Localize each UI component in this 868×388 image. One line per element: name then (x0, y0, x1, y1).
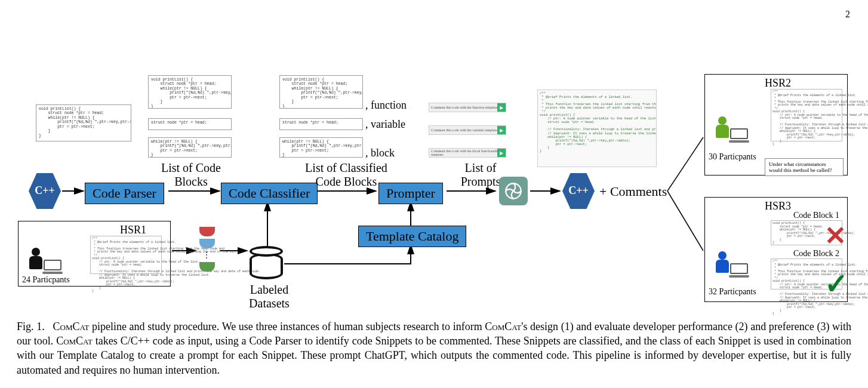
comcat-1: ComCat (53, 321, 90, 332)
figure-caption: Fig. 1. ComCat pipeline and study proced… (17, 319, 851, 377)
block-var-card-1: struct node *ptr = head; (148, 118, 232, 130)
tag-function: , function (365, 99, 407, 112)
cap-t1: pipeline and study procedure. We use thr… (89, 321, 485, 332)
check-icon: ✓ (824, 267, 848, 300)
code-parser-node: Code Parser (85, 183, 164, 204)
fig-label: Fig. 1. (17, 321, 45, 332)
bucket-icon-blue (199, 239, 215, 248)
category-buckets: ⋮ (198, 224, 216, 274)
hsr2-title: HSR2 (765, 77, 791, 90)
cross-icon: ✕ (824, 220, 847, 251)
bucket-icon-red (199, 227, 215, 236)
cpp-input-icon: C++ (29, 173, 61, 209)
page-number: 2 (845, 9, 850, 20)
cpp-label-out: C++ (568, 184, 589, 197)
block-while-card-2: while(ptr != NULL) { printf("(%d,%d) ",p… (279, 137, 363, 158)
svg-line-10 (667, 191, 703, 251)
hsr1-title: HSR1 (120, 224, 146, 236)
block-var-card-2: struct node *ptr = head; (279, 118, 363, 130)
comcat-2: ComCat (485, 321, 521, 332)
hsr3-person-icon (712, 251, 736, 278)
hsr2-participants: 30 Particpants (709, 152, 756, 162)
cpp-output-icon: C++ (562, 173, 595, 209)
prompter-node: Prompter (378, 183, 443, 204)
pipeline-diagram: C++ void printList() { struct node *ptr … (18, 72, 850, 310)
list-code-blocks-label: List of Code Blocks (155, 161, 227, 189)
cap-t3: takes C/C++ code as input, using a Code … (17, 335, 851, 376)
hsr2-question: Under what circumstances would this meth… (765, 158, 844, 176)
openai-icon (499, 177, 528, 205)
input-code-card: void printList() { struct node *ptr = he… (36, 104, 131, 141)
hsr3-block1-label: Code Block 1 (793, 211, 839, 220)
hsr3-panel: HSR3 Code Block 1 void printList() { str… (704, 197, 848, 302)
cpp-label: C++ (35, 184, 55, 197)
hsr1-mini-code: /** * @brief Prints the elements of a li… (90, 236, 162, 274)
bucket-icon-green (199, 262, 215, 272)
database-icon (250, 246, 285, 279)
hsr2-mini-code: /** * @brief Prints the elements of a li… (771, 89, 842, 141)
plus-comments-label: + Comments (599, 184, 667, 199)
prompt-variable-bar: Comment this code with the variable temp… (429, 125, 506, 135)
commented-output-card: /** * @brief Prints the elements of a li… (537, 90, 657, 167)
comcat-3: ComCat (56, 335, 93, 347)
hsr1-person-icon (26, 248, 50, 274)
tag-variable: , variable (365, 118, 405, 131)
prompt-function-bar: Comment this code with the function temp… (429, 103, 506, 112)
hsr3-title: HSR3 (765, 200, 791, 213)
hsr3-block2-label: Code Block 2 (793, 249, 839, 258)
labeled-datasets-label: Labeled Datasets (242, 283, 296, 310)
hsr1-participants: 24 Particpants (22, 275, 70, 285)
block-while-card-1: while(ptr != NULL) { printf("(%d,%d) ",p… (148, 137, 232, 158)
prompt-block-bar: Comment this code with the block functio… (429, 148, 506, 158)
template-catalog-node: Template Catalog (358, 226, 466, 247)
block-func-card-1: void printList() { struct node *ptr = he… (148, 75, 232, 109)
svg-line-9 (667, 137, 703, 191)
hsr1-panel: HSR1 /** * @brief Prints the elements of… (18, 221, 171, 287)
hsr2-person-icon (712, 116, 736, 143)
block-func-card-2: void printList() { struct node *ptr = he… (279, 75, 363, 109)
hsr3-participants: 32 Particpants (709, 287, 756, 297)
tag-block: , block (365, 147, 395, 159)
hsr2-panel: HSR2 /** * @brief Prints the elements of… (704, 74, 848, 175)
